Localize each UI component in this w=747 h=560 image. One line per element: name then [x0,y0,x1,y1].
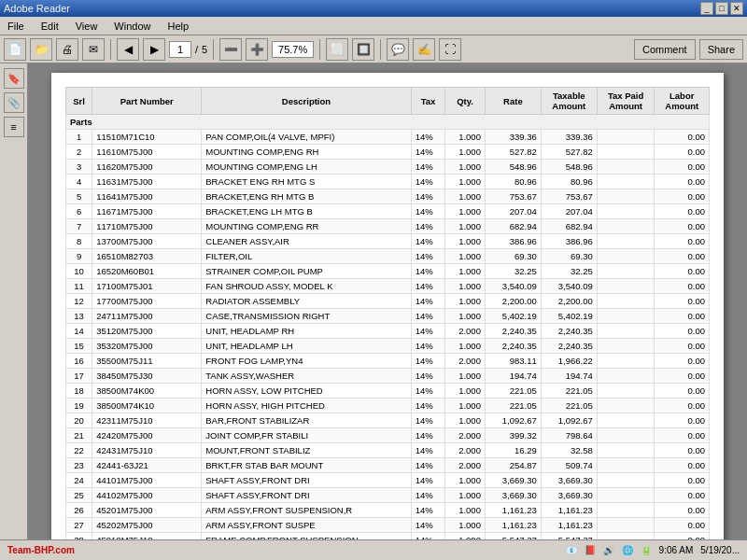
table-cell: 45810M75J10 [92,533,202,540]
table-cell: 1,161.23 [485,518,541,533]
attachments-icon[interactable]: 📎 [4,92,24,113]
fit-width-button[interactable]: ⬜ [326,38,348,61]
minimize-button[interactable]: _ [700,2,713,15]
zoom-out-button[interactable]: ➖ [219,38,242,61]
new-button[interactable]: 📄 [4,38,26,61]
table-row: 711710M75J00MOUNTING COMP,ENG RR14%1.000… [66,219,710,234]
table-cell: 3,669.30 [485,488,541,503]
menu-edit[interactable]: Edit [37,19,63,34]
menu-file[interactable]: File [4,19,28,34]
email-button[interactable]: ✉ [82,38,105,61]
table-cell: 0.00 [655,369,710,384]
table-cell: 27 [66,518,92,533]
table-cell: 14% [411,413,445,428]
expand-button[interactable]: ⛶ [439,38,461,61]
table-cell: BRACKET ENG RH MTG S [202,175,411,189]
table-cell: 0.00 [655,145,710,160]
table-cell: 11620M75J00 [92,160,202,175]
menu-window[interactable]: Window [110,19,154,34]
table-cell: HORN ASSY, LOW PITCHED [202,384,411,399]
table-cell: 35320M75J00 [92,339,202,354]
fit-page-button[interactable]: 🔲 [352,38,374,61]
maximize-button[interactable]: □ [715,2,728,15]
table-cell: 14% [411,249,445,264]
table-cell: 753.67 [485,189,541,204]
table-cell: 12 [66,294,92,309]
table-cell: 32.58 [541,443,597,458]
table-cell: 14% [411,219,445,234]
zoom-in-button[interactable]: ➕ [246,38,268,61]
table-cell: 1.000 [445,145,486,160]
table-cell: 798.64 [541,428,597,443]
bookmarks-icon[interactable]: 🔖 [4,68,24,89]
table-cell [597,189,655,204]
sep3 [319,39,320,60]
table-cell: 0.00 [655,264,710,279]
battery-icon[interactable]: 🔋 [641,545,652,555]
table-row: 2242431M75J10MOUNT,FRONT STABILIZ14%2.00… [66,443,710,458]
prev-page-button[interactable]: ◀ [117,38,139,61]
col-labor: LaborAmount [655,88,710,115]
table-cell [597,518,655,533]
table-cell: 3 [66,160,92,175]
table-cell: 0.00 [655,533,710,540]
comment-icon-button[interactable]: 💬 [387,38,409,61]
table-cell: 1,161.23 [485,503,541,518]
doc-area[interactable]: Srl Part Number Description Tax Qty. Rat… [28,63,747,539]
acrobat-icon[interactable]: 📕 [585,545,596,555]
next-page-button[interactable]: ▶ [143,38,165,61]
status-right: 📧 📕 🔊 🌐 🔋 9:06 AM 5/19/20... [566,545,740,555]
table-cell: JOINT COMP,FR STABILI [202,428,411,443]
table-cell: 339.36 [541,130,597,145]
table-row: 1738450M75J30TANK ASSY,WASHER14%1.000194… [66,369,710,384]
table-cell: 2 [66,145,92,160]
open-button[interactable]: 📁 [30,38,52,61]
menu-view[interactable]: View [72,19,102,34]
table-cell: 42420M75J00 [92,428,202,443]
table-cell: MOUNTING COMP,ENG RH [202,145,411,160]
table-cell: 1.000 [445,189,486,204]
print-button[interactable]: 🖨 [56,38,78,61]
table-cell: 35120M75J00 [92,324,202,339]
table-cell: 2,240.35 [541,324,597,339]
table-cell: 18 [66,384,92,399]
stamp-button[interactable]: ✍ [413,38,435,61]
table-cell [597,458,655,473]
table-cell: 0.00 [655,458,710,473]
table-row: 2544102M75J00SHAFT ASSY,FRONT DRI14%1.00… [66,488,710,503]
menu-help[interactable]: Help [163,19,192,34]
share-button[interactable]: Share [699,39,743,60]
sep1 [110,39,111,60]
table-cell: 3,540.09 [541,279,597,294]
col-srl: Srl [66,88,92,115]
table-cell: UNIT, HEADLAMP LH [202,339,411,354]
table-cell: 17700M75J00 [92,294,202,309]
table-cell: 1.000 [445,309,486,324]
table-cell: 22 [66,443,92,458]
layers-icon[interactable]: ≡ [4,117,24,137]
table-cell: 527.82 [485,145,541,160]
table-cell: 14% [411,309,445,324]
table-cell: 0.00 [655,443,710,458]
table-cell: 221.05 [485,384,541,399]
sound-icon[interactable]: 🔊 [603,545,614,555]
table-cell: 1.000 [445,473,486,488]
table-cell: 69.30 [485,249,541,264]
table-cell: 32.25 [541,264,597,279]
table-cell: 42311M75J10 [92,413,202,428]
table-cell [597,369,655,384]
comment-button[interactable]: Comment [634,39,696,60]
network-icon[interactable]: 🌐 [622,545,633,555]
table-cell [597,219,655,234]
zoom-input[interactable] [272,41,314,58]
close-button[interactable]: ✕ [730,2,743,15]
table-row: 1435120M75J00UNIT, HEADLAMP RH14%2.0002,… [66,324,710,339]
table-cell: 13 [66,309,92,324]
table-cell: 20 [66,413,92,428]
page-number-input[interactable] [169,41,191,58]
table-cell: 8 [66,234,92,249]
outlook-icon[interactable]: 📧 [566,545,577,555]
table-row: 1838500M74K00HORN ASSY, LOW PITCHED14%1.… [66,384,710,399]
table-cell: CLEANER ASSY,AIR [202,234,411,249]
table-cell [597,413,655,428]
